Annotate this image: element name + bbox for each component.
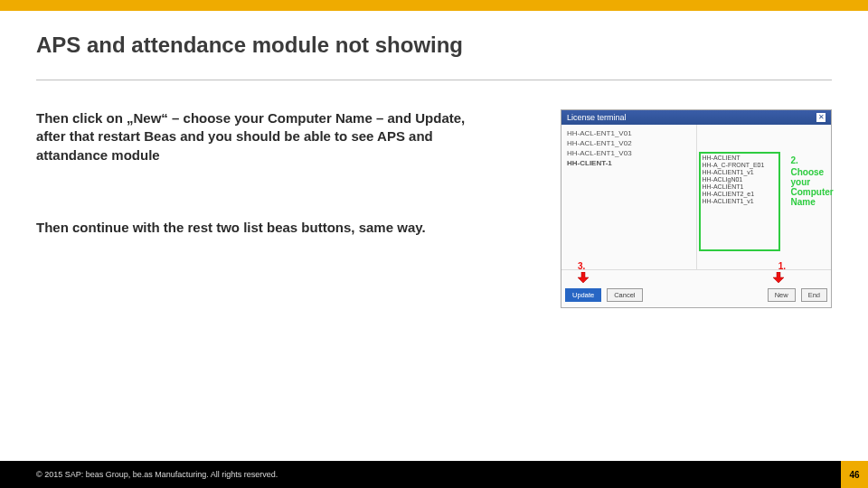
- right-list: HH-ACLIENT HH-A_C-FRONT_E01 HH-ACLIENT1_…: [701, 154, 767, 204]
- list-item[interactable]: HH-ACL-ENT1_V03: [565, 148, 693, 158]
- arrow-down-icon: [578, 272, 589, 283]
- copyright-text: © 2015 SAP: beas Group, be.as Manufactur…: [36, 470, 278, 479]
- slide: APS and attendance module not showing Th…: [0, 0, 868, 488]
- step-2-label: 2. Choose your Computer Name: [791, 155, 834, 207]
- window-titlebar: License terminal ✕: [561, 110, 831, 125]
- list-item[interactable]: HH-ACLIENT1_v1: [701, 197, 767, 204]
- copyright: © 2015 SAP: beas Group, be.as Manufactur…: [36, 470, 278, 479]
- list-item[interactable]: HH-ACL-ENT1_V02: [565, 138, 693, 148]
- cancel-button[interactable]: Cancel: [607, 288, 642, 302]
- instruction-paragraph-2: Then continue with the rest two list bea…: [36, 219, 492, 237]
- step-2-number: 2.: [791, 155, 834, 165]
- update-button[interactable]: Update: [565, 288, 601, 302]
- list-item[interactable]: HH-ACL-ENT1_V01: [565, 128, 693, 138]
- title-wrap: APS and attendance module not showing: [0, 11, 868, 69]
- page-number: 46: [841, 461, 868, 488]
- screenshot-column: License terminal ✕ HH-ACL-ENT1_V01 HH-AC…: [514, 109, 832, 308]
- end-button[interactable]: End: [801, 288, 827, 302]
- footer: © 2015 SAP: beas Group, be.as Manufactur…: [0, 461, 868, 488]
- step-1-number: 1.: [778, 261, 786, 271]
- list-item-selected[interactable]: HH-CLIENT-1: [565, 158, 693, 168]
- arrow-down-icon: [773, 272, 784, 283]
- instruction-paragraph-1: Then click on „New“ – choose your Comput…: [36, 109, 492, 164]
- list-item[interactable]: HH-ACLIENT: [701, 154, 767, 161]
- list-item[interactable]: HH-A_C-FRONT_E01: [701, 161, 767, 168]
- step-2-text: Choose your Computer Name: [791, 167, 834, 207]
- window-button-bar: 3. 1. Update Cancel New End: [561, 269, 831, 307]
- page-title: APS and attendance module not showing: [36, 33, 832, 58]
- right-panel: HH-ACLIENT HH-A_C-FRONT_E01 HH-ACLIENT1_…: [697, 125, 832, 269]
- list-item[interactable]: HH-ACLIENT1: [701, 183, 767, 190]
- accent-bar: [0, 0, 868, 11]
- list-item[interactable]: HH-ACLIENT2_e1: [701, 190, 767, 197]
- window-body: HH-ACL-ENT1_V01 HH-ACL-ENT1_V02 HH-ACL-E…: [561, 125, 831, 269]
- text-column: Then click on „New“ – choose your Comput…: [36, 109, 514, 308]
- list-item[interactable]: HH-ACLIENT1_v1: [701, 168, 767, 175]
- step-3-number: 3.: [578, 261, 585, 271]
- content: Then click on „New“ – choose your Comput…: [0, 80, 868, 308]
- close-icon[interactable]: ✕: [816, 113, 826, 122]
- license-terminal-window: License terminal ✕ HH-ACL-ENT1_V01 HH-AC…: [561, 109, 832, 308]
- list-item[interactable]: HH-ACLIgN01: [701, 175, 767, 183]
- left-list: HH-ACL-ENT1_V01 HH-ACL-ENT1_V02 HH-ACL-E…: [561, 125, 697, 269]
- new-button[interactable]: New: [768, 288, 796, 302]
- window-title: License terminal: [567, 113, 627, 122]
